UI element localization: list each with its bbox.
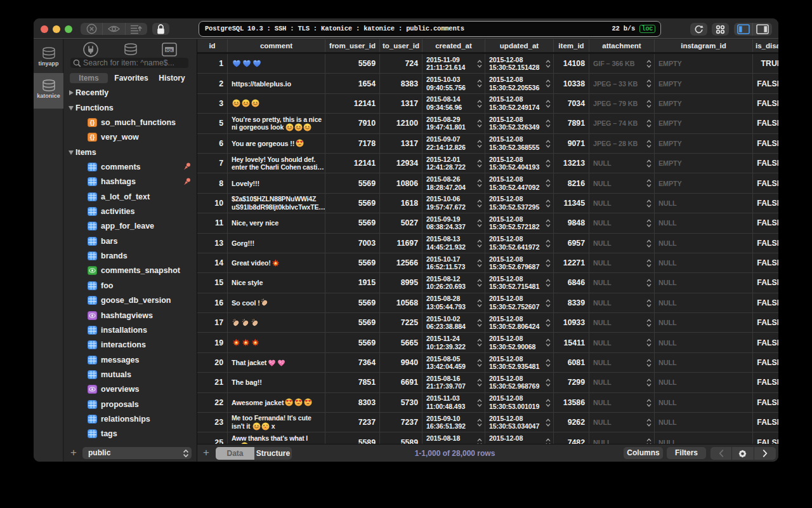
svg-text:SQL: SQL [166, 48, 174, 52]
svg-text:{}: {} [90, 134, 95, 141]
svg-text:{}: {} [90, 119, 95, 126]
